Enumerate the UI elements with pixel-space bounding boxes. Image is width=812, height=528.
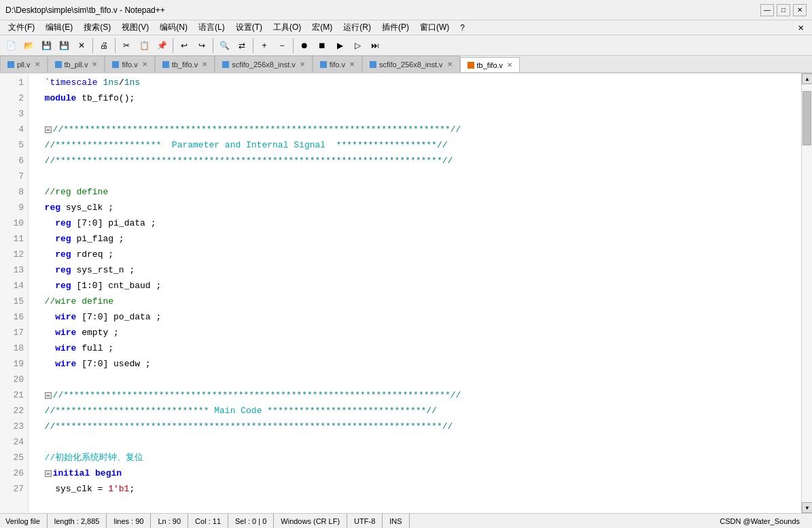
- menu-tools[interactable]: 工具(O): [268, 20, 306, 35]
- tab-fifo-v-2[interactable]: fifo.v ✕: [313, 56, 362, 72]
- code-line-25: //初始化系统时钟、复位: [29, 450, 801, 465]
- code-line-22: //***************************** Main Cod…: [29, 403, 801, 419]
- fold-icon-4[interactable]: −: [45, 126, 52, 133]
- macro-run-button[interactable]: ▷: [349, 37, 366, 54]
- tab-icon: [55, 61, 62, 68]
- code-editor[interactable]: `timescale 1ns/1ns module tb_fifo(); −//…: [29, 73, 801, 513]
- tab-scfifo-1[interactable]: scfifo_256x8_inst.v ✕: [215, 56, 313, 72]
- menu-view[interactable]: 视图(V): [116, 20, 154, 35]
- menu-encoding[interactable]: 编码(N): [154, 20, 193, 35]
- line-num-7: 7: [0, 169, 28, 184]
- save-all-button[interactable]: 💾: [56, 37, 72, 54]
- menu-edit[interactable]: 编辑(E): [40, 20, 78, 35]
- tab-close-icon[interactable]: ✕: [349, 60, 355, 68]
- menu-search[interactable]: 搜索(S): [78, 20, 116, 35]
- redo-button[interactable]: ↪: [194, 37, 210, 54]
- line-num-4: 4: [0, 122, 28, 137]
- line-num-17: 17: [0, 325, 28, 340]
- line-num-2: 2: [0, 90, 28, 106]
- code-line-7: [29, 169, 801, 184]
- macro-save-button[interactable]: ⏭: [367, 37, 383, 54]
- macro-play-button[interactable]: ▶: [332, 37, 348, 54]
- close-button[interactable]: ✕: [793, 4, 807, 16]
- tab-tb-fifo-v-active[interactable]: tb_fifo.v ✕: [460, 57, 520, 73]
- line-num-24: 24: [0, 434, 28, 450]
- tab-tb-pll-v[interactable]: tb_pll.v ✕: [48, 56, 105, 72]
- paste-button[interactable]: 📌: [154, 37, 170, 54]
- code-line-26: −initial begin: [29, 465, 801, 481]
- tab-scfifo-2[interactable]: scfifo_256x8_inst.v ✕: [362, 56, 460, 72]
- tab-tb-fifo-v-1[interactable]: tb_fifo.v ✕: [155, 56, 215, 72]
- tab-close-icon[interactable]: ✕: [35, 60, 40, 68]
- menu-plugins[interactable]: 插件(P): [376, 20, 414, 35]
- scroll-track[interactable]: [802, 84, 812, 502]
- tab-label: scfifo_256x8_inst.v: [379, 60, 443, 69]
- macro-record-button[interactable]: ⏺: [296, 37, 313, 54]
- fold-icon-26[interactable]: −: [45, 470, 52, 477]
- toolbar-separator: [253, 38, 253, 53]
- menu-language[interactable]: 语言(L): [193, 20, 230, 35]
- scroll-up-button[interactable]: ▲: [802, 73, 812, 84]
- code-line-15: //wire define: [29, 294, 801, 309]
- scroll-thumb[interactable]: [802, 91, 811, 145]
- maximize-button[interactable]: □: [777, 4, 790, 16]
- tab-label: pll.v: [17, 60, 31, 69]
- close-button[interactable]: ✕: [73, 37, 90, 54]
- line-num-21: 21: [0, 387, 28, 403]
- copy-button[interactable]: 📋: [136, 37, 152, 54]
- minimize-button[interactable]: —: [760, 4, 774, 16]
- cut-button[interactable]: ✂: [118, 37, 135, 54]
- menu-file[interactable]: 文件(F): [3, 20, 40, 35]
- line-num-23: 23: [0, 419, 28, 434]
- menu-settings[interactable]: 设置(T): [230, 20, 268, 35]
- code-line-16: wire [7:0] po_data ;: [29, 309, 801, 325]
- line-num-26: 26: [0, 465, 28, 481]
- macro-stop-button[interactable]: ⏹: [314, 37, 330, 54]
- line-num-8: 8: [0, 184, 28, 200]
- tab-icon: [7, 61, 14, 68]
- toolbar-separator: [293, 38, 294, 53]
- code-line-3: [29, 106, 801, 122]
- tab-label: fifo.v: [122, 60, 137, 69]
- tab-label: scfifo_256x8_inst.v: [232, 60, 296, 69]
- tab-close-icon[interactable]: ✕: [507, 61, 512, 69]
- tab-close-icon[interactable]: ✕: [202, 60, 207, 68]
- print-button[interactable]: 🖨: [96, 37, 112, 54]
- undo-button[interactable]: ↩: [176, 37, 192, 54]
- menu-window[interactable]: 窗口(W): [414, 20, 455, 35]
- zoom-in-button[interactable]: +: [256, 37, 272, 54]
- line-num-6: 6: [0, 153, 28, 169]
- code-line-11: reg pi_flag ;: [29, 231, 801, 247]
- tab-close-icon[interactable]: ✕: [447, 60, 453, 68]
- tab-fifo-v-1[interactable]: fifo.v ✕: [105, 56, 154, 72]
- status-encoding: UTF-8: [347, 514, 383, 528]
- tab-close-icon[interactable]: ✕: [142, 60, 147, 68]
- menu-help[interactable]: ?: [455, 22, 470, 34]
- code-line-20: [29, 372, 801, 387]
- code-line-10: reg [7:0] pi_data ;: [29, 215, 801, 231]
- tab-close-icon[interactable]: ✕: [92, 60, 97, 68]
- document-close-button[interactable]: ✕: [793, 22, 809, 33]
- open-button[interactable]: 📂: [20, 37, 37, 54]
- replace-button[interactable]: ⇄: [234, 37, 250, 54]
- find-button[interactable]: 🔍: [216, 37, 232, 54]
- save-button[interactable]: 💾: [38, 37, 54, 54]
- vertical-scrollbar[interactable]: ▲ ▼: [801, 73, 812, 513]
- zoom-out-button[interactable]: −: [274, 37, 290, 54]
- line-num-14: 14: [0, 278, 28, 294]
- scroll-down-button[interactable]: ▼: [802, 502, 812, 513]
- code-line-12: reg rdreq ;: [29, 247, 801, 262]
- new-button[interactable]: 📄: [3, 37, 19, 54]
- code-line-9: reg sys_clk ;: [29, 200, 801, 215]
- menu-macro[interactable]: 宏(M): [306, 20, 338, 35]
- status-line-ending: Windows (CR LF): [274, 514, 347, 528]
- toolbar-separator: [173, 38, 173, 53]
- toolbar-separator: [115, 38, 116, 53]
- menu-run[interactable]: 运行(R): [338, 20, 376, 35]
- fold-icon-21[interactable]: −: [45, 392, 52, 399]
- code-line-24: [29, 434, 801, 450]
- line-num-3: 3: [0, 106, 28, 122]
- tab-pll-v[interactable]: pll.v ✕: [0, 56, 48, 72]
- code-line-2: module tb_fifo();: [29, 90, 801, 106]
- tab-close-icon[interactable]: ✕: [300, 60, 305, 68]
